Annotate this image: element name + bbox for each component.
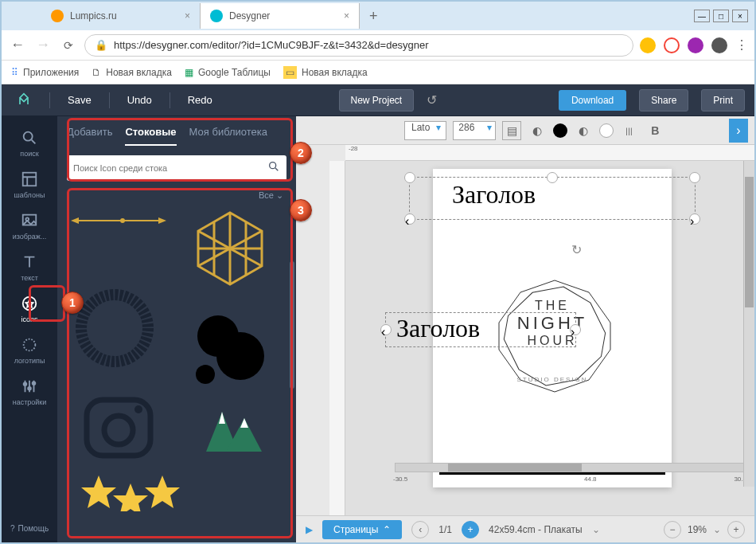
resize-handle[interactable]: ‹ bbox=[404, 213, 415, 225]
tab-library[interactable]: Моя библиотека bbox=[189, 126, 267, 146]
svg-marker-13 bbox=[158, 217, 166, 224]
filter-all-dropdown[interactable]: Все ⌄ bbox=[259, 190, 283, 201]
bookmark-item[interactable]: ▭Новая вкладка bbox=[283, 66, 368, 79]
resize-handle[interactable]: ‹ bbox=[380, 324, 392, 335]
page[interactable]: ‹ › Заголов ↻ bbox=[433, 169, 672, 487]
color-white[interactable] bbox=[599, 123, 614, 138]
ruler-bottom: -30.5 44.8 30.5 bbox=[393, 476, 754, 488]
forward-button[interactable]: → bbox=[33, 37, 53, 53]
address-bar: ← → ⟳ 🔒 https://desygner.com/editor/?id=… bbox=[2, 30, 754, 61]
chevron-down-icon[interactable]: ⌄ bbox=[592, 524, 600, 535]
camera-icon[interactable] bbox=[87, 400, 150, 456]
icon-search-input[interactable] bbox=[73, 163, 267, 173]
svg-point-21 bbox=[81, 295, 148, 362]
download-button[interactable]: Download bbox=[559, 90, 626, 111]
back-button[interactable]: ← bbox=[8, 37, 27, 53]
browser-tab[interactable]: Lumpics.ru × bbox=[41, 3, 201, 29]
bookmarks-bar: ⠿Приложения 🗋Новая вкладка ▦Google Табли… bbox=[2, 61, 754, 84]
sidebar-item-templates[interactable]: шаблоны bbox=[2, 164, 57, 205]
browser-tab-bar: Lumpics.ru × Desygner × + — □ × bbox=[2, 2, 754, 30]
align-icon[interactable]: ▤ bbox=[502, 121, 521, 140]
tab-stock[interactable]: Стоковые bbox=[125, 126, 176, 146]
redo-button[interactable]: Redo bbox=[183, 91, 217, 109]
close-window-button[interactable]: × bbox=[732, 10, 748, 22]
reload-button[interactable]: ⟳ bbox=[59, 39, 78, 52]
help-button[interactable]: ? Помощь bbox=[10, 515, 49, 542]
icons-panel: Добавить Стоковые Моя библиотека Все ⌄ bbox=[57, 116, 296, 542]
chevron-down-icon[interactable]: ⌄ bbox=[713, 524, 721, 535]
badge-circle-icon[interactable] bbox=[81, 295, 148, 362]
zoom-out-button[interactable]: − bbox=[664, 521, 681, 538]
svg-point-27 bbox=[134, 405, 142, 413]
sidebar-item-settings[interactable]: настройки bbox=[2, 371, 57, 413]
extension-icon[interactable] bbox=[640, 37, 656, 53]
panel-scrollbar[interactable] bbox=[290, 261, 294, 389]
canvas-scrollbar-v[interactable] bbox=[743, 161, 754, 487]
blob-icon[interactable] bbox=[196, 315, 264, 384]
bookmark-item[interactable]: 🗋Новая вкладка bbox=[92, 67, 172, 78]
collapse-panel-icon[interactable]: ▶ bbox=[306, 524, 313, 535]
sidebar-item-text[interactable]: текст bbox=[2, 247, 57, 288]
new-tab-button[interactable]: + bbox=[360, 8, 388, 25]
font-select[interactable]: Lato bbox=[404, 121, 446, 140]
apps-icon: ⠿ bbox=[11, 67, 18, 78]
extension-icon[interactable] bbox=[688, 37, 703, 53]
sidebar-label: текст bbox=[21, 274, 38, 282]
arrow-decoration-icon[interactable] bbox=[71, 217, 166, 224]
undo-button[interactable]: Undo bbox=[123, 91, 157, 109]
resize-handle[interactable]: › bbox=[689, 213, 700, 225]
close-icon[interactable]: × bbox=[185, 10, 190, 22]
color-black[interactable] bbox=[553, 123, 567, 138]
save-button[interactable]: Save bbox=[63, 91, 96, 109]
zoom-in-button[interactable]: + bbox=[727, 521, 745, 538]
apps-button[interactable]: ⠿Приложения bbox=[11, 67, 79, 78]
menu-icon[interactable]: ⋮ bbox=[735, 37, 748, 53]
canvas-scrollbar-h[interactable] bbox=[395, 463, 748, 472]
contrast-icon[interactable]: ◐ bbox=[574, 121, 593, 140]
browser-tab[interactable]: Desygner × bbox=[201, 3, 360, 29]
maximize-button[interactable]: □ bbox=[713, 10, 729, 22]
pages-button[interactable]: Страницы ⌃ bbox=[322, 520, 402, 539]
prev-page-button[interactable]: ‹ bbox=[411, 521, 429, 538]
extension-icon[interactable] bbox=[664, 37, 680, 53]
resize-handle[interactable] bbox=[689, 172, 700, 183]
tab-title: Lumpics.ru bbox=[70, 10, 117, 22]
svg-point-8 bbox=[33, 382, 36, 385]
url-input[interactable]: 🔒 https://desygner.com/editor/?id=1CMuC9… bbox=[84, 34, 633, 57]
sidebar-label: изображ... bbox=[13, 233, 47, 241]
rotate-handle[interactable]: ↻ bbox=[571, 242, 582, 257]
share-button[interactable]: Share bbox=[639, 89, 688, 112]
heading-text[interactable]: Заголов bbox=[452, 180, 536, 209]
mountains-icon[interactable] bbox=[206, 412, 262, 452]
history-icon[interactable]: ↺ bbox=[427, 92, 437, 108]
new-project-button[interactable]: New Project bbox=[339, 89, 415, 112]
bookmark-item[interactable]: ▦Google Таблицы bbox=[185, 67, 271, 78]
desygner-logo[interactable] bbox=[11, 88, 37, 113]
resize-handle[interactable] bbox=[547, 172, 558, 183]
sidebar-item-images[interactable]: изображ... bbox=[2, 205, 57, 247]
icons-grid bbox=[57, 205, 296, 542]
sidebar-item-search[interactable]: поиск bbox=[2, 123, 57, 164]
contrast-icon[interactable]: ◐ bbox=[528, 121, 547, 140]
avatar-icon[interactable] bbox=[711, 37, 727, 53]
hexagon-pattern-icon[interactable] bbox=[198, 213, 262, 284]
canvas[interactable]: ‹ › Заголов ↻ bbox=[345, 161, 754, 515]
stars-icon[interactable] bbox=[81, 476, 180, 511]
search-icon[interactable] bbox=[267, 160, 280, 176]
tab-add[interactable]: Добавить bbox=[67, 126, 112, 146]
minimize-button[interactable]: — bbox=[694, 10, 710, 22]
font-size-select[interactable]: 286 bbox=[453, 121, 496, 140]
spacing-icon[interactable]: ⫼ bbox=[620, 121, 639, 140]
add-page-button[interactable]: + bbox=[462, 521, 479, 538]
close-icon[interactable]: × bbox=[344, 10, 349, 22]
sidebar-item-icons[interactable]: icons bbox=[2, 288, 57, 330]
sidebar-item-logos[interactable]: логотипы bbox=[2, 330, 57, 371]
toolbar-next-button[interactable]: › bbox=[729, 119, 748, 143]
resize-handle[interactable] bbox=[404, 172, 415, 183]
print-button[interactable]: Print bbox=[701, 89, 745, 112]
bold-icon[interactable]: B bbox=[645, 121, 664, 140]
poster-subtitle[interactable]: STUDIO DESIGN bbox=[433, 376, 672, 383]
sidebar-label: шаблоны bbox=[14, 191, 45, 199]
heading-text[interactable]: Заголов bbox=[396, 314, 480, 343]
resize-handle[interactable]: › bbox=[570, 324, 581, 335]
